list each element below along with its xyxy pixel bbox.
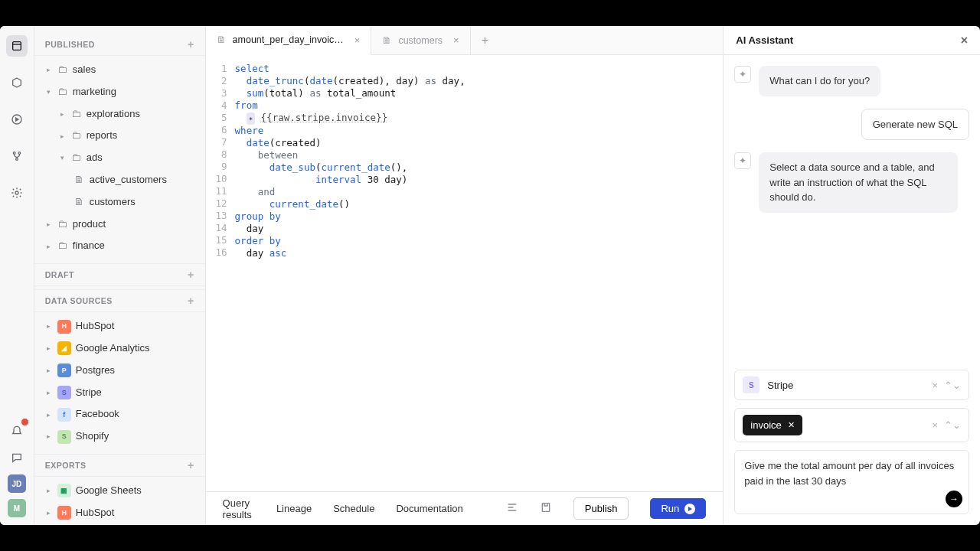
- table-chip: invoice✕: [743, 415, 802, 435]
- tree-explorations[interactable]: ▸🗀explorations: [34, 103, 205, 126]
- ds-postgres[interactable]: ▸PPostgres: [34, 360, 205, 382]
- ai-close-icon[interactable]: ×: [961, 34, 968, 47]
- add-draft-icon[interactable]: +: [188, 269, 194, 281]
- tree-ads[interactable]: ▾🗀ads: [34, 147, 205, 169]
- section-draft: DRAFT+: [34, 263, 205, 286]
- section-published: PUBLISHED+: [34, 34, 205, 56]
- svg-point-4: [16, 158, 18, 161]
- export-google-sheets[interactable]: ▸▦Google Sheets: [34, 480, 205, 502]
- send-button[interactable]: [946, 491, 962, 507]
- ds-hubspot[interactable]: ▸HHubSpot: [34, 315, 205, 337]
- code-editor[interactable]: 12345678910111213141516 select date_trun…: [206, 55, 724, 491]
- code-content: select date_trunc(date(created), day) as…: [235, 63, 724, 491]
- btab-documentation[interactable]: Documentation: [396, 503, 462, 514]
- svg-point-3: [18, 152, 21, 155]
- format-icon[interactable]: [506, 501, 518, 516]
- add-published-icon[interactable]: +: [188, 38, 194, 51]
- play-icon: [684, 504, 695, 514]
- rail-chat-icon[interactable]: [6, 447, 28, 468]
- table-selector[interactable]: invoice✕ ×⌃⌄: [734, 408, 969, 442]
- ai-panel: AI Assistant× ✦ What can I do for you? G…: [724, 26, 980, 525]
- section-exports: EXPORTS+: [34, 454, 205, 477]
- tree-product[interactable]: ▸🗀product: [34, 214, 205, 236]
- svg-point-2: [13, 152, 15, 155]
- rail-settings-icon[interactable]: [6, 182, 28, 204]
- run-button[interactable]: Run: [650, 498, 706, 519]
- export-excel[interactable]: ▸XExcel: [34, 524, 205, 525]
- tab-new[interactable]: +: [471, 26, 499, 54]
- btab-lineage[interactable]: Lineage: [276, 503, 312, 514]
- tab-amount-per-day[interactable]: 🗎amount_per_day_invoic…×: [206, 27, 372, 55]
- ds-google-analytics[interactable]: ▸◢Google Analytics: [34, 337, 205, 360]
- rail-branch-icon[interactable]: [6, 145, 28, 167]
- publish-button[interactable]: Publish: [573, 497, 629, 520]
- btab-query-results[interactable]: Query results: [223, 497, 255, 520]
- editor-tabs: 🗎amount_per_day_invoic…× 🗎customers× +: [206, 26, 724, 55]
- dropdown-icon[interactable]: ⌃⌄: [944, 380, 961, 391]
- dropdown-icon[interactable]: ⌃⌄: [944, 419, 961, 431]
- bottom-bar: Query results Lineage Schedule Documenta…: [206, 491, 724, 525]
- avatar-m[interactable]: M: [8, 499, 26, 517]
- avatar-jd[interactable]: JD: [8, 474, 26, 493]
- tree-finance[interactable]: ▸🗀finance: [34, 235, 205, 257]
- generate-sql-button[interactable]: Generate new SQL: [861, 109, 969, 141]
- clear-icon[interactable]: ×: [932, 380, 938, 391]
- bot-icon: ✦: [734, 66, 751, 83]
- rail-play-icon[interactable]: [6, 109, 28, 130]
- tab-close-icon[interactable]: ×: [354, 34, 361, 46]
- svg-point-5: [15, 191, 18, 194]
- ai-greeting: What can I do for you?: [759, 66, 880, 96]
- tree-marketing[interactable]: ▾🗀marketing: [34, 81, 205, 103]
- ds-facebook[interactable]: ▸fFacebook: [34, 403, 205, 425]
- svg-rect-0: [13, 42, 21, 51]
- clear-icon[interactable]: ×: [932, 419, 938, 431]
- tree-reports[interactable]: ▸🗀reports: [34, 125, 205, 147]
- bot-icon: ✦: [734, 152, 751, 169]
- ds-stripe[interactable]: ▸SStripe: [34, 382, 205, 404]
- section-datasources: DATA SOURCES+: [34, 289, 205, 312]
- ds-shopify[interactable]: ▸SShopify: [34, 425, 205, 448]
- editor-area: 🗎amount_per_day_invoic…× 🗎customers× + 1…: [206, 26, 724, 525]
- btab-schedule[interactable]: Schedule: [333, 503, 374, 514]
- stripe-mini-icon: S: [743, 377, 760, 393]
- rail-notification-icon[interactable]: [6, 419, 28, 441]
- export-hubspot[interactable]: ▸HHubSpot: [34, 502, 205, 524]
- ai-header: AI Assistant×: [724, 26, 980, 55]
- add-export-icon[interactable]: +: [188, 459, 194, 471]
- ai-instruction: Select a data source and a table, and wr…: [759, 152, 958, 213]
- save-icon[interactable]: [540, 501, 552, 516]
- datasource-selector[interactable]: S Stripe ×⌃⌄: [734, 370, 969, 400]
- tab-close-icon[interactable]: ×: [453, 34, 459, 46]
- sidebar: PUBLISHED+ ▸🗀sales ▾🗀marketing ▸🗀explora…: [34, 26, 206, 525]
- svg-rect-6: [542, 504, 549, 512]
- tree-active-customers[interactable]: 🗎active_customers: [34, 169, 205, 191]
- tab-customers[interactable]: 🗎customers×: [371, 26, 470, 54]
- add-datasource-icon[interactable]: +: [188, 295, 194, 307]
- nav-rail: JD M: [0, 26, 34, 525]
- rail-hex-icon[interactable]: [6, 72, 28, 93]
- chip-remove-icon[interactable]: ✕: [788, 420, 795, 430]
- tree-customers[interactable]: 🗎customers: [34, 191, 205, 214]
- ai-prompt-input[interactable]: Give me the total amount per day of all …: [734, 450, 969, 514]
- rail-explorer-icon[interactable]: [6, 35, 28, 57]
- tree-sales[interactable]: ▸🗀sales: [34, 59, 205, 81]
